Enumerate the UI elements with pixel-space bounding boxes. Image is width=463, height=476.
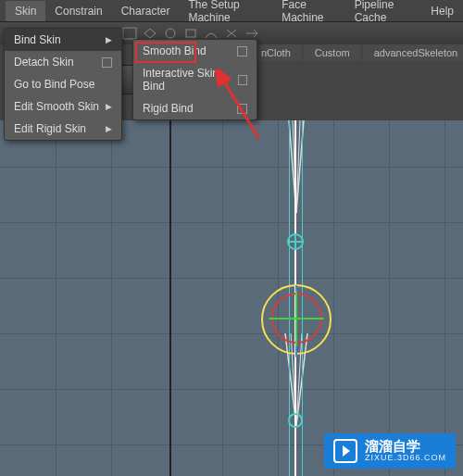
option-box-icon[interactable] <box>237 104 247 114</box>
bind-skin-submenu: Smooth Bind Interactive Skin Bind Rigid … <box>132 39 257 120</box>
menu-item-edit-rigid-skin[interactable]: Edit Rigid Skin ▶ <box>5 118 121 140</box>
menu-item-bind-skin[interactable]: Bind Skin ▶ <box>5 29 121 51</box>
watermark: 溜溜自学 ZIXUE.3D66.COM <box>324 433 456 469</box>
menu-label: Interactive Skin Bind <box>143 67 238 93</box>
grid-line <box>0 389 463 390</box>
menu-item-interactive-skin-bind[interactable]: Interactive Skin Bind <box>133 62 257 97</box>
grid-axis <box>169 120 171 476</box>
menu-label: Edit Rigid Skin <box>14 122 86 135</box>
joint-icon[interactable] <box>287 233 304 250</box>
menu-label: Smooth Bind <box>143 44 206 57</box>
grid-line <box>111 120 112 476</box>
grid-line <box>0 222 463 223</box>
menu-character[interactable]: Character <box>112 1 180 21</box>
shelf-tab-custom[interactable]: Custom <box>304 44 361 61</box>
menu-constrain[interactable]: Constrain <box>45 1 111 21</box>
menu-setup-machine[interactable]: The Setup Machine <box>179 0 272 28</box>
shelf-tab-advanced[interactable]: advancedSkeleton <box>363 44 463 61</box>
menu-bar: Skin Constrain Character The Setup Machi… <box>0 0 463 22</box>
menu-pipeline-cache[interactable]: Pipeline Cache <box>345 0 422 28</box>
grid-line <box>444 120 445 476</box>
grid-line <box>333 120 334 476</box>
option-box-icon[interactable] <box>102 57 112 68</box>
menu-label: Bind Skin <box>14 33 61 46</box>
watermark-subtitle: ZIXUE.3D66.COM <box>365 454 446 463</box>
joint-icon[interactable] <box>288 413 303 428</box>
option-box-icon[interactable] <box>237 46 247 56</box>
svg-rect-0 <box>123 28 136 39</box>
menu-label: Go to Bind Pose <box>14 78 94 91</box>
watermark-title: 溜溜自学 <box>365 439 446 455</box>
menu-item-detach-skin[interactable]: Detach Skin <box>5 51 121 73</box>
grid-line <box>56 120 56 476</box>
svg-rect-2 <box>186 30 195 37</box>
submenu-arrow-icon: ▶ <box>106 35 112 44</box>
play-icon <box>333 439 357 463</box>
viewport[interactable] <box>0 120 463 476</box>
axis-y <box>295 291 297 346</box>
menu-label: Edit Smooth Skin <box>14 100 99 113</box>
grid-line <box>0 167 463 168</box>
shelf-tab-ncloth[interactable]: nCloth <box>250 44 302 61</box>
menu-item-rigid-bind[interactable]: Rigid Bind <box>133 97 257 119</box>
grid-line <box>0 278 463 279</box>
menu-face-machine[interactable]: Face Machine <box>272 0 345 28</box>
shelf-tabs: nCloth Custom advancedSkeleton <box>250 44 463 61</box>
submenu-arrow-icon: ▶ <box>106 102 112 111</box>
menu-item-smooth-bind[interactable]: Smooth Bind <box>133 40 257 62</box>
option-box-icon[interactable] <box>238 75 247 85</box>
grid-line <box>389 120 390 476</box>
submenu-arrow-icon: ▶ <box>106 124 112 133</box>
svg-point-1 <box>166 29 175 38</box>
menu-item-goto-bind-pose[interactable]: Go to Bind Pose <box>5 73 121 95</box>
grid-line <box>0 333 463 334</box>
menu-skin[interactable]: Skin <box>6 1 45 21</box>
menu-item-edit-smooth-skin[interactable]: Edit Smooth Skin ▶ <box>5 95 121 118</box>
menu-label: Detach Skin <box>14 56 74 69</box>
skin-submenu: Bind Skin ▶ Detach Skin Go to Bind Pose … <box>4 28 122 141</box>
grid-line <box>222 120 223 476</box>
menu-help[interactable]: Help <box>421 1 463 21</box>
menu-label: Rigid Bind <box>143 102 194 115</box>
